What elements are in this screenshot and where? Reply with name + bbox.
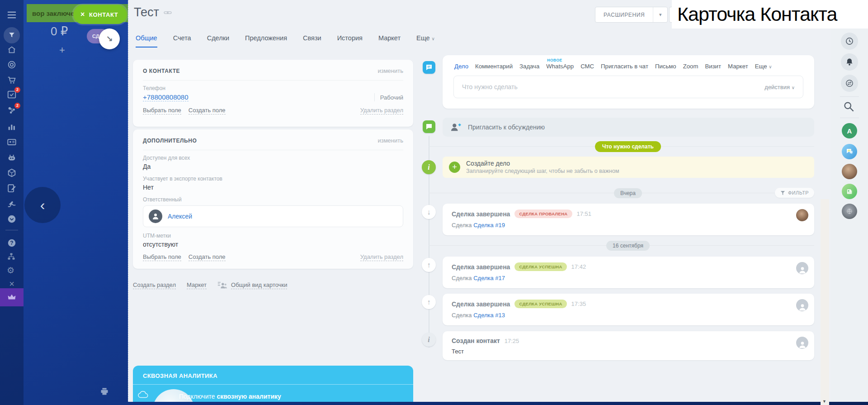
history-clock-icon[interactable] (841, 33, 858, 50)
timeline-entry-deal17[interactable]: Сделка завершена СДЕЛКА УСПЕШНА 17:42 Сд… (443, 257, 814, 288)
arrow-down-icon: ↓ (422, 205, 436, 219)
help-icon[interactable]: ? (7, 238, 17, 248)
avatar (796, 337, 808, 349)
tab-sdelki[interactable]: Сделки (207, 34, 229, 48)
action-kommentariy[interactable]: Комментарий (475, 63, 513, 70)
tasks-icon[interactable]: 2 (7, 90, 17, 100)
timeline-entry-deal13[interactable]: Сделка завершена СДЕЛКА УСПЕШНА 17:35 Сд… (443, 294, 814, 325)
extensions-label: РАСШИРЕНИЯ (595, 7, 653, 22)
printer-icon[interactable] (100, 387, 109, 396)
todo-pill[interactable]: Что нужно сделать (595, 141, 661, 152)
gear-icon[interactable]: ⚙ (7, 265, 17, 275)
deal-link[interactable]: Сделка #13 (473, 312, 505, 319)
filter-icon[interactable] (4, 27, 20, 43)
collapse-slider-button[interactable]: ‹ (24, 187, 61, 223)
timeline-scrollbar[interactable]: ▼ (821, 199, 829, 405)
action-zoom[interactable]: Zoom (683, 63, 698, 70)
tab-svyazi[interactable]: Связи (303, 34, 321, 48)
todo-input-box: действия ∨ (453, 76, 803, 98)
divider (840, 118, 859, 118)
action-market[interactable]: Маркет (728, 63, 748, 70)
tab-obschie[interactable]: Общие (136, 34, 157, 48)
news-feed-avatar[interactable] (842, 184, 857, 199)
funnel-icon (780, 191, 785, 195)
action-invite-chat[interactable]: Пригласить в чат (601, 63, 648, 70)
notifications-bell-icon[interactable]: 93 (841, 53, 858, 71)
tab-esche[interactable]: Еще∨ (416, 34, 435, 48)
create-section-link[interactable]: Создать раздел (133, 281, 176, 289)
copy-link-icon[interactable] (164, 9, 172, 17)
action-esche[interactable]: Еще ∨ (755, 63, 772, 70)
contact-card-icon[interactable] (7, 137, 17, 147)
action-sms[interactable]: СМС (580, 63, 594, 70)
cart-icon[interactable] (7, 75, 17, 85)
create-field-link[interactable]: Создать поле (189, 107, 226, 114)
target-icon[interactable] (7, 60, 17, 70)
contact-name: Тест (134, 5, 159, 19)
minimize-slider-button[interactable]: ↘ (99, 29, 120, 49)
card-view-link[interactable]: Общий вид карточки (231, 281, 287, 289)
user-photo-avatar[interactable] (842, 164, 857, 179)
timeline-entry-contact-created[interactable]: Создан контакт 17:25 Тест (443, 331, 814, 360)
home-icon[interactable] (7, 45, 17, 55)
actions-menu-button[interactable]: действия ∨ (764, 84, 795, 91)
action-pismo[interactable]: Письмо (655, 63, 676, 70)
about-edit-link[interactable]: изменить (377, 67, 403, 74)
select-field-link[interactable]: Выбрать поле (143, 253, 181, 261)
deal-link[interactable]: Сделка #17 (473, 275, 505, 281)
delete-section-link[interactable]: Удалить раздел (360, 107, 403, 114)
action-zadacha[interactable]: Задача (519, 63, 539, 70)
extensions-button[interactable]: РАСШИРЕНИЯ ▾ (595, 7, 668, 23)
chat-channel-avatar[interactable] (842, 144, 857, 159)
menu-icon[interactable] (7, 10, 17, 20)
crm-icon[interactable]: 2 (7, 105, 17, 115)
chat-bubble-icon (423, 120, 435, 133)
reports-icon[interactable] (7, 122, 17, 132)
action-whatsapp[interactable]: НОВОЕWhatsApp (546, 63, 574, 70)
deal-link[interactable]: Сделка #19 (473, 222, 505, 229)
analytics-block[interactable]: СКВОЗНАЯ АНАЛИТИКА Подключите сквозную а… (133, 366, 413, 402)
caret-down-icon[interactable]: ▾ (653, 7, 667, 22)
catalog-box-icon[interactable] (7, 168, 17, 178)
contact-stage-button[interactable]: × КОНТАКТ (73, 5, 127, 24)
create-activity-hint[interactable]: + Создайте дело Запланируйте следующий ш… (443, 157, 814, 178)
additional-edit-link[interactable]: изменить (377, 137, 403, 144)
structure-icon[interactable] (7, 252, 17, 262)
scroll-down-icon[interactable]: ▼ (822, 399, 826, 404)
tab-istoriya[interactable]: История (337, 34, 363, 48)
action-vizit[interactable]: Визит (705, 63, 721, 70)
actions-menu-label: действия (764, 84, 790, 91)
phone-value[interactable]: +78800808080 (143, 93, 189, 101)
invite-discussion-bar[interactable]: Пригласить к обсуждению (443, 118, 814, 137)
deal-failed-badge: СДЕЛКА ПРОВАЛЕНА (514, 210, 572, 218)
about-contact-card: О КОНТАКТЕ изменить Телефон +78800808080… (133, 60, 413, 127)
add-deal-button[interactable]: + (59, 44, 65, 56)
upgrade-crown-icon[interactable] (0, 288, 24, 306)
sign-icon[interactable] (7, 199, 17, 209)
field-value: Нет (143, 184, 403, 191)
market-link[interactable]: Маркет (187, 281, 207, 289)
responsible-name[interactable]: Алексей (168, 213, 192, 220)
tab-predlozheniya[interactable]: Предложения (245, 34, 287, 48)
phone-type-label[interactable]: Рабочий (380, 94, 403, 101)
avatar-user-a[interactable]: A 1 (842, 123, 857, 138)
group-avatar[interactable] (842, 204, 857, 219)
action-delo[interactable]: Дело (454, 63, 468, 70)
select-field-link[interactable]: Выбрать поле (143, 107, 181, 114)
tab-scheta[interactable]: Счета (173, 34, 191, 48)
tab-market[interactable]: Маркет (378, 34, 401, 48)
add-icon[interactable]: × (7, 279, 17, 289)
search-icon[interactable] (843, 100, 855, 113)
create-field-link[interactable]: Создать поле (189, 253, 226, 261)
entry-time: 17:42 (571, 263, 586, 270)
more-chevron-icon[interactable] (7, 214, 17, 224)
delete-section-link[interactable]: Удалить раздел (360, 253, 403, 261)
documents-icon[interactable] (7, 183, 17, 193)
timeline-entry-deal19[interactable]: Сделка завершена СДЕЛКА ПРОВАЛЕНА 17:51 … (443, 204, 814, 235)
filter-button[interactable]: ФИЛЬТР (775, 188, 814, 198)
todo-input[interactable] (462, 83, 764, 91)
chat-history-icon[interactable] (841, 75, 858, 92)
automation-robot-icon[interactable] (7, 152, 17, 162)
chevron-down-icon: ∨ (769, 64, 772, 69)
additional-card-title: ДОПОЛНИТЕЛЬНО (143, 138, 197, 144)
